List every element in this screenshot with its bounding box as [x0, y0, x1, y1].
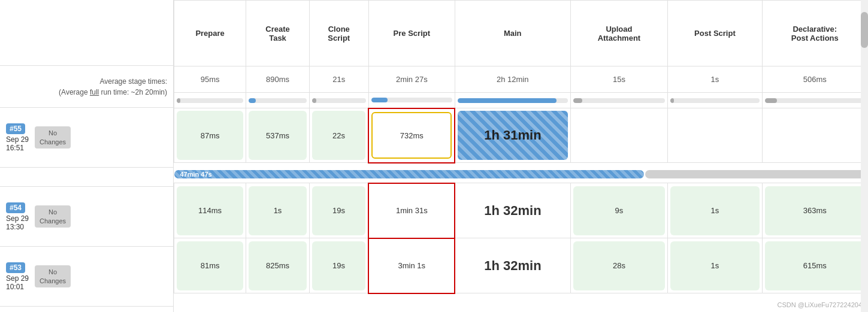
run-date-54: Sep 29 — [6, 214, 29, 223]
cell-55-main[interactable]: 1h 31min — [455, 108, 570, 163]
cell-inner-54-clone-script: 19s — [312, 186, 365, 235]
cell-54-prepare[interactable]: 114ms — [174, 183, 246, 238]
col-header-post-script: Post Script — [668, 1, 762, 66]
run-row-55: #55 Sep 29 16:51 NoChanges — [0, 108, 173, 168]
run-data-row-53: 81ms 825ms 19s 3min 1s 1h 32min — [174, 238, 868, 293]
progress-main — [455, 93, 570, 108]
avg-create-task: 890ms — [246, 66, 310, 93]
progress-create-task — [246, 93, 310, 108]
cell-55-prepare[interactable]: 87ms — [174, 108, 246, 163]
separator-cell: 47min 47s — [174, 163, 868, 183]
sidebar-header — [0, 0, 173, 66]
cell-53-post-script[interactable]: 1s — [668, 238, 762, 293]
avg-prepare: 95ms — [174, 66, 246, 93]
cell-inner-54-post-script: 1s — [670, 186, 759, 235]
cell-53-declarative[interactable]: 615ms — [762, 238, 867, 293]
stage-table-area: Prepare CreateTask CloneScript Pre Scrip… — [174, 0, 868, 312]
header-row: Prepare CreateTask CloneScript Pre Scrip… — [174, 1, 868, 66]
cell-inner-53-pre-script: 3min 1s — [371, 241, 452, 290]
scrollbar-thumb[interactable] — [861, 12, 868, 48]
avg-clone-script: 21s — [309, 66, 368, 93]
cell-inner-55-upload — [573, 111, 666, 160]
cell-54-declarative[interactable]: 363ms — [762, 183, 867, 238]
run-badge-55[interactable]: #55 — [6, 123, 25, 134]
run-date-55: Sep 29 — [6, 135, 29, 144]
run-data-row-55: 87ms 537ms 22s 732ms 1h 31min — [174, 108, 868, 163]
cell-55-declarative[interactable] — [762, 108, 867, 163]
avg-post-script: 1s — [668, 66, 762, 93]
col-header-create-task: CreateTask — [246, 1, 310, 66]
avg-pre-script: 2min 27s — [368, 66, 455, 93]
cell-54-create-task[interactable]: 1s — [246, 183, 310, 238]
run-data-row-54: 114ms 1s 19s 1min 31s 1h 32min — [174, 183, 868, 238]
run-info-54: #54 Sep 29 13:30 — [6, 202, 29, 231]
progress-declarative — [762, 93, 867, 108]
cell-inner-53-main: 1h 32min — [458, 241, 567, 290]
cell-inner-53-prepare: 81ms — [177, 241, 243, 290]
cell-inner-54-main: 1h 32min — [458, 186, 567, 235]
cell-inner-53-post-script: 1s — [670, 241, 759, 290]
cell-inner-55-pre-script: 732ms — [371, 112, 452, 159]
cell-53-clone-script[interactable]: 19s — [309, 238, 368, 293]
avg-declarative: 506ms — [762, 66, 867, 93]
cell-53-create-task[interactable]: 825ms — [246, 238, 310, 293]
cell-inner-53-upload: 28s — [573, 241, 666, 290]
cell-inner-53-declarative: 615ms — [765, 241, 865, 290]
separator-label: 47min 47s — [180, 171, 212, 178]
cell-55-create-task[interactable]: 537ms — [246, 108, 310, 163]
col-header-pre-script: Pre Script — [368, 1, 455, 66]
sidebar: Average stage times: (Average full run t… — [0, 0, 174, 312]
run-info-53: #53 Sep 29 10:01 — [6, 262, 29, 291]
progress-bars-row — [174, 93, 868, 108]
no-changes-btn-54[interactable]: NoChanges — [35, 205, 71, 228]
cell-inner-53-clone-script: 19s — [312, 241, 365, 290]
cell-54-post-script[interactable]: 1s — [668, 183, 762, 238]
col-header-clone-script: CloneScript — [309, 1, 368, 66]
scrollbar-track[interactable] — [861, 0, 868, 312]
cell-53-pre-script[interactable]: 3min 1s — [368, 238, 455, 293]
run-row-53: #53 Sep 29 10:01 NoChanges — [0, 247, 173, 307]
cell-54-main[interactable]: 1h 32min — [455, 183, 570, 238]
cell-inner-54-pre-script: 1min 31s — [371, 186, 452, 235]
cell-inner-55-clone-script: 22s — [312, 111, 365, 160]
no-changes-btn-55[interactable]: NoChanges — [35, 126, 71, 149]
avg-upload: 15s — [570, 66, 668, 93]
cell-inner-54-prepare: 114ms — [177, 186, 243, 235]
avg-main: 2h 12min — [455, 66, 570, 93]
watermark: CSDN @LiXueFu727224204 — [778, 301, 862, 308]
progress-clone-script — [309, 93, 368, 108]
run-time-55: 16:51 — [6, 144, 24, 152]
separator-row-55: 47min 47s — [174, 163, 868, 183]
run-time-54: 13:30 — [6, 223, 24, 231]
avg-stage-times-label: Average stage times: (Average full run t… — [0, 66, 173, 108]
col-header-declarative: Declarative:Post Actions — [762, 1, 867, 66]
separator-spacer-55 — [0, 168, 173, 187]
cell-55-post-script[interactable] — [668, 108, 762, 163]
run-badge-54[interactable]: #54 — [6, 202, 25, 213]
cell-inner-54-upload: 9s — [573, 186, 666, 235]
cell-inner-54-declarative: 363ms — [765, 186, 865, 235]
cell-53-main[interactable]: 1h 32min — [455, 238, 570, 293]
cell-53-upload[interactable]: 28s — [570, 238, 668, 293]
run-info-55: #55 Sep 29 16:51 — [6, 123, 29, 152]
progress-prepare — [174, 93, 246, 108]
stage-table: Prepare CreateTask CloneScript Pre Scrip… — [174, 0, 868, 294]
run-badge-53[interactable]: #53 — [6, 262, 25, 273]
cell-55-clone-script[interactable]: 22s — [309, 108, 368, 163]
cell-54-upload[interactable]: 9s — [570, 183, 668, 238]
cell-inner-55-main: 1h 31min — [458, 111, 567, 160]
cell-55-upload[interactable] — [570, 108, 668, 163]
col-header-main: Main — [455, 1, 570, 66]
cell-54-pre-script[interactable]: 1min 31s — [368, 183, 455, 238]
no-changes-btn-53[interactable]: NoChanges — [35, 265, 71, 287]
progress-upload — [570, 93, 668, 108]
cell-53-prepare[interactable]: 81ms — [174, 238, 246, 293]
cell-inner-53-create-task: 825ms — [249, 241, 307, 290]
run-date-53: Sep 29 — [6, 274, 29, 283]
cell-55-pre-script[interactable]: 732ms — [368, 108, 455, 163]
cell-54-clone-script[interactable]: 19s — [309, 183, 368, 238]
cell-inner-55-prepare: 87ms — [177, 111, 243, 160]
run-row-54: #54 Sep 29 13:30 NoChanges — [0, 187, 173, 247]
cell-inner-54-create-task: 1s — [249, 186, 307, 235]
cell-inner-55-declarative — [765, 111, 865, 160]
